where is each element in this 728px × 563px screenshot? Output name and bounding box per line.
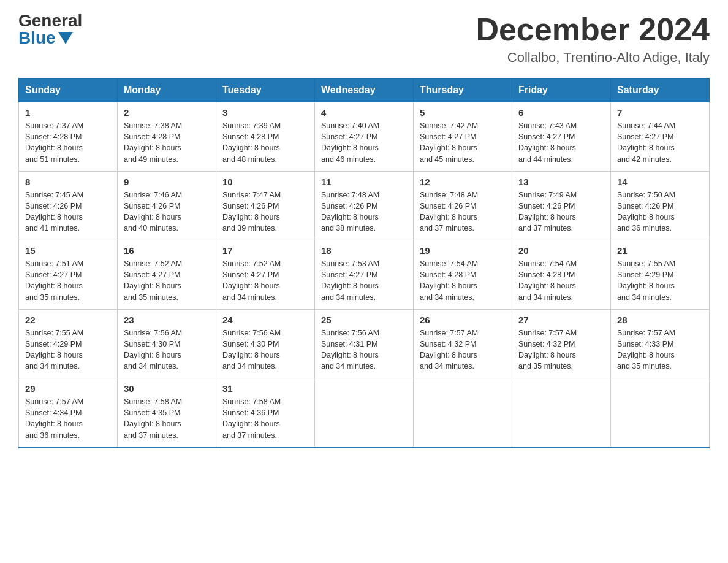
day-info: Sunrise: 7:54 AMSunset: 4:28 PMDaylight:… — [420, 258, 506, 303]
table-row: 8Sunrise: 7:45 AMSunset: 4:26 PMDaylight… — [19, 171, 118, 240]
day-number: 30 — [124, 383, 210, 394]
day-info: Sunrise: 7:46 AMSunset: 4:26 PMDaylight:… — [124, 190, 210, 234]
table-row: 30Sunrise: 7:58 AMSunset: 4:35 PMDayligh… — [118, 378, 216, 448]
table-row: 17Sunrise: 7:52 AMSunset: 4:27 PMDayligh… — [216, 240, 315, 310]
day-info: Sunrise: 7:56 AMSunset: 4:30 PMDaylight:… — [124, 327, 210, 372]
day-info: Sunrise: 7:37 AMSunset: 4:28 PMDaylight:… — [25, 120, 111, 165]
day-number: 19 — [420, 245, 506, 256]
day-number: 3 — [222, 107, 308, 118]
calendar-subtitle: Collalbo, Trentino-Alto Adige, Italy — [476, 50, 710, 66]
col-header-tuesday: Tuesday — [216, 79, 315, 102]
table-row: 5Sunrise: 7:42 AMSunset: 4:27 PMDaylight… — [414, 102, 512, 172]
day-number: 8 — [25, 177, 111, 187]
day-number: 9 — [124, 177, 210, 187]
title-section: December 2024 Collalbo, Trentino-Alto Ad… — [476, 12, 710, 66]
day-info: Sunrise: 7:48 AMSunset: 4:26 PMDaylight:… — [420, 190, 506, 234]
table-row: 13Sunrise: 7:49 AMSunset: 4:26 PMDayligh… — [512, 171, 611, 240]
day-number: 14 — [617, 177, 703, 187]
table-row: 27Sunrise: 7:57 AMSunset: 4:32 PMDayligh… — [512, 309, 611, 378]
table-row: 23Sunrise: 7:56 AMSunset: 4:30 PMDayligh… — [118, 309, 216, 378]
day-info: Sunrise: 7:57 AMSunset: 4:32 PMDaylight:… — [518, 327, 604, 372]
table-row: 22Sunrise: 7:55 AMSunset: 4:29 PMDayligh… — [19, 309, 118, 378]
day-info: Sunrise: 7:47 AMSunset: 4:26 PMDaylight:… — [222, 190, 308, 234]
day-number: 21 — [617, 245, 703, 256]
day-number: 13 — [518, 177, 604, 187]
day-number: 7 — [617, 107, 703, 118]
day-number: 23 — [124, 315, 210, 325]
day-info: Sunrise: 7:44 AMSunset: 4:27 PMDaylight:… — [617, 120, 703, 165]
table-row: 6Sunrise: 7:43 AMSunset: 4:27 PMDaylight… — [512, 102, 611, 172]
col-header-monday: Monday — [118, 79, 216, 102]
day-number: 1 — [25, 107, 111, 118]
logo-triangle-icon — [58, 32, 73, 44]
day-info: Sunrise: 7:56 AMSunset: 4:31 PMDaylight:… — [321, 327, 407, 372]
table-row: 3Sunrise: 7:39 AMSunset: 4:28 PMDaylight… — [216, 102, 315, 172]
day-number: 12 — [420, 177, 506, 187]
day-info: Sunrise: 7:54 AMSunset: 4:28 PMDaylight:… — [518, 258, 604, 303]
table-row — [315, 378, 414, 448]
col-header-wednesday: Wednesday — [315, 79, 414, 102]
table-row: 15Sunrise: 7:51 AMSunset: 4:27 PMDayligh… — [19, 240, 118, 310]
calendar-week-row: 29Sunrise: 7:57 AMSunset: 4:34 PMDayligh… — [19, 378, 710, 448]
day-info: Sunrise: 7:42 AMSunset: 4:27 PMDaylight:… — [420, 120, 506, 165]
day-info: Sunrise: 7:48 AMSunset: 4:26 PMDaylight:… — [321, 190, 407, 234]
day-info: Sunrise: 7:55 AMSunset: 4:29 PMDaylight:… — [617, 258, 703, 303]
day-number: 24 — [222, 315, 308, 325]
calendar-header-row: SundayMondayTuesdayWednesdayThursdayFrid… — [19, 79, 710, 102]
table-row: 28Sunrise: 7:57 AMSunset: 4:33 PMDayligh… — [611, 309, 710, 378]
calendar-table: SundayMondayTuesdayWednesdayThursdayFrid… — [18, 78, 710, 448]
day-number: 20 — [518, 245, 604, 256]
day-number: 2 — [124, 107, 210, 118]
day-info: Sunrise: 7:56 AMSunset: 4:30 PMDaylight:… — [222, 327, 308, 372]
table-row: 9Sunrise: 7:46 AMSunset: 4:26 PMDaylight… — [118, 171, 216, 240]
col-header-sunday: Sunday — [19, 79, 118, 102]
day-info: Sunrise: 7:38 AMSunset: 4:28 PMDaylight:… — [124, 120, 210, 165]
day-info: Sunrise: 7:52 AMSunset: 4:27 PMDaylight:… — [124, 258, 210, 303]
calendar-title: December 2024 — [476, 12, 710, 47]
day-info: Sunrise: 7:58 AMSunset: 4:36 PMDaylight:… — [222, 396, 308, 441]
table-row: 10Sunrise: 7:47 AMSunset: 4:26 PMDayligh… — [216, 171, 315, 240]
day-info: Sunrise: 7:53 AMSunset: 4:27 PMDaylight:… — [321, 258, 407, 303]
table-row — [414, 378, 512, 448]
table-row: 31Sunrise: 7:58 AMSunset: 4:36 PMDayligh… — [216, 378, 315, 448]
table-row: 2Sunrise: 7:38 AMSunset: 4:28 PMDaylight… — [118, 102, 216, 172]
day-number: 22 — [25, 315, 111, 325]
day-number: 5 — [420, 107, 506, 118]
day-number: 16 — [124, 245, 210, 256]
day-info: Sunrise: 7:57 AMSunset: 4:33 PMDaylight:… — [617, 327, 703, 372]
col-header-thursday: Thursday — [414, 79, 512, 102]
table-row: 29Sunrise: 7:57 AMSunset: 4:34 PMDayligh… — [19, 378, 118, 448]
day-info: Sunrise: 7:52 AMSunset: 4:27 PMDaylight:… — [222, 258, 308, 303]
logo: General Blue — [18, 12, 82, 47]
day-number: 31 — [222, 383, 308, 394]
day-info: Sunrise: 7:51 AMSunset: 4:27 PMDaylight:… — [25, 258, 111, 303]
day-number: 26 — [420, 315, 506, 325]
table-row: 1Sunrise: 7:37 AMSunset: 4:28 PMDaylight… — [19, 102, 118, 172]
day-number: 4 — [321, 107, 407, 118]
day-number: 28 — [617, 315, 703, 325]
calendar-week-row: 8Sunrise: 7:45 AMSunset: 4:26 PMDaylight… — [19, 171, 710, 240]
day-number: 11 — [321, 177, 407, 187]
table-row: 7Sunrise: 7:44 AMSunset: 4:27 PMDaylight… — [611, 102, 710, 172]
table-row: 18Sunrise: 7:53 AMSunset: 4:27 PMDayligh… — [315, 240, 414, 310]
col-header-saturday: Saturday — [611, 79, 710, 102]
table-row: 12Sunrise: 7:48 AMSunset: 4:26 PMDayligh… — [414, 171, 512, 240]
day-number: 10 — [222, 177, 308, 187]
calendar-week-row: 1Sunrise: 7:37 AMSunset: 4:28 PMDaylight… — [19, 102, 710, 172]
table-row: 4Sunrise: 7:40 AMSunset: 4:27 PMDaylight… — [315, 102, 414, 172]
day-info: Sunrise: 7:49 AMSunset: 4:26 PMDaylight:… — [518, 190, 604, 234]
calendar-week-row: 15Sunrise: 7:51 AMSunset: 4:27 PMDayligh… — [19, 240, 710, 310]
table-row — [512, 378, 611, 448]
table-row: 14Sunrise: 7:50 AMSunset: 4:26 PMDayligh… — [611, 171, 710, 240]
day-info: Sunrise: 7:43 AMSunset: 4:27 PMDaylight:… — [518, 120, 604, 165]
table-row: 11Sunrise: 7:48 AMSunset: 4:26 PMDayligh… — [315, 171, 414, 240]
day-number: 27 — [518, 315, 604, 325]
day-number: 25 — [321, 315, 407, 325]
day-info: Sunrise: 7:45 AMSunset: 4:26 PMDaylight:… — [25, 190, 111, 234]
table-row: 19Sunrise: 7:54 AMSunset: 4:28 PMDayligh… — [414, 240, 512, 310]
day-info: Sunrise: 7:40 AMSunset: 4:27 PMDaylight:… — [321, 120, 407, 165]
day-number: 18 — [321, 245, 407, 256]
day-number: 17 — [222, 245, 308, 256]
table-row: 26Sunrise: 7:57 AMSunset: 4:32 PMDayligh… — [414, 309, 512, 378]
day-info: Sunrise: 7:55 AMSunset: 4:29 PMDaylight:… — [25, 327, 111, 372]
